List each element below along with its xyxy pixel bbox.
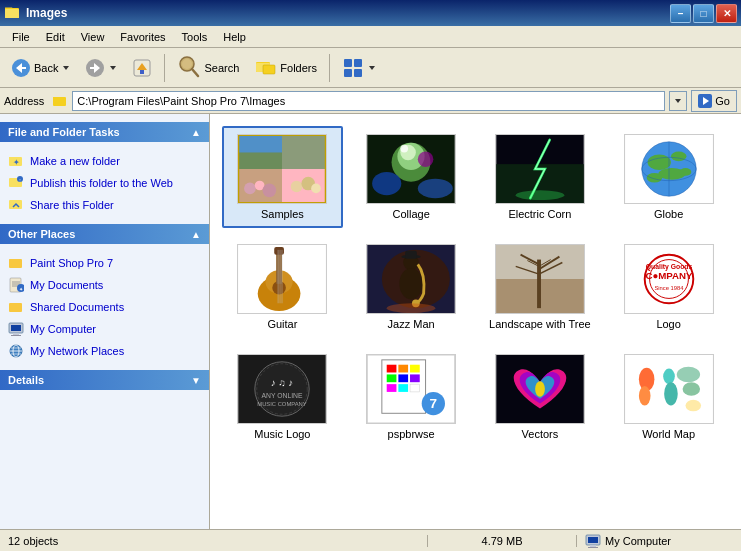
file-item-pspbrwse[interactable]: 7 pspbrwse	[351, 346, 472, 448]
svg-text:7: 7	[430, 396, 438, 411]
svg-rect-43	[11, 335, 21, 336]
maximize-button[interactable]: □	[693, 4, 714, 23]
svg-text:MUSIC COMPANY: MUSIC COMPANY	[258, 401, 307, 407]
svg-point-74	[516, 190, 565, 200]
other-places-section: Other Places ▲ Paint Shop Pro 7	[0, 224, 209, 366]
network-places-icon	[8, 343, 24, 359]
view-dropdown-icon	[367, 63, 377, 73]
toolbar-separator-1	[164, 54, 165, 82]
my-documents-icon: ✦	[8, 277, 24, 293]
file-item-guitar[interactable]: Guitar	[222, 236, 343, 338]
svg-point-146	[685, 400, 701, 412]
svg-marker-4	[63, 66, 69, 70]
file-item-vectors[interactable]: Vectors	[480, 346, 601, 448]
address-folder-icon	[52, 93, 68, 109]
menu-favorites[interactable]: Favorites	[112, 29, 173, 45]
shared-documents-icon	[8, 299, 24, 315]
forward-icon	[85, 58, 105, 78]
file-item-globe[interactable]: Globe	[608, 126, 729, 228]
file-item-world-map[interactable]: World Map	[608, 346, 729, 448]
svg-point-80	[646, 173, 662, 183]
file-folder-tasks-header[interactable]: File and Folder Tasks ▲	[0, 122, 209, 142]
svg-point-144	[676, 367, 699, 383]
menu-file[interactable]: File	[4, 29, 38, 45]
svg-marker-23	[675, 99, 681, 103]
file-label-world-map: World Map	[642, 428, 695, 440]
file-label-guitar: Guitar	[267, 318, 297, 330]
svg-point-145	[682, 382, 699, 396]
network-places-link[interactable]: My Network Places	[8, 340, 201, 362]
svg-point-142	[663, 369, 675, 385]
svg-text:C●MPANY: C●MPANY	[645, 270, 693, 281]
folders-button[interactable]: Folders	[248, 52, 324, 84]
file-label-logo: Logo	[656, 318, 680, 330]
svg-rect-149	[590, 545, 596, 547]
view-button[interactable]	[335, 52, 384, 84]
menu-edit[interactable]: Edit	[38, 29, 73, 45]
main-container: File and Folder Tasks ▲ ✦ Make a new fol…	[0, 114, 741, 529]
share-folder-link[interactable]: Share this Folder	[8, 194, 201, 216]
svg-point-141	[639, 386, 651, 405]
file-item-landscape-tree[interactable]: Landscape with Tree	[480, 236, 601, 338]
computer-icon	[585, 533, 601, 549]
details-header[interactable]: Details ▼	[0, 370, 209, 390]
svg-rect-18	[354, 59, 362, 67]
file-item-music-logo[interactable]: ♪ ♫ ♪ ANY ONLINE MUSIC COMPANY Music Log…	[222, 346, 343, 448]
svg-rect-89	[277, 250, 283, 284]
menu-tools[interactable]: Tools	[174, 29, 216, 45]
menu-view[interactable]: View	[73, 29, 113, 45]
details-section: Details ▼	[0, 370, 209, 390]
status-computer-label: My Computer	[605, 535, 671, 547]
address-bar: Address Go	[0, 88, 741, 114]
go-icon	[698, 94, 712, 108]
file-thumb-logo: Quality Goods C●MPANY Since 1984	[624, 244, 714, 314]
file-folder-tasks-chevron: ▲	[191, 127, 201, 138]
paint-shop-pro-link[interactable]: Paint Shop Pro 7	[8, 252, 201, 274]
file-item-jazz-man[interactable]: Jazz Man	[351, 236, 472, 338]
publish-folder-link[interactable]: ↑ Publish this folder to the Web	[8, 172, 201, 194]
left-panel: File and Folder Tasks ▲ ✦ Make a new fol…	[0, 114, 210, 529]
go-button[interactable]: Go	[691, 90, 737, 112]
menu-help[interactable]: Help	[215, 29, 254, 45]
address-input[interactable]	[72, 91, 665, 111]
file-thumb-samples	[237, 134, 327, 204]
toolbar: Back Search	[0, 48, 741, 88]
other-places-header[interactable]: Other Places ▲	[0, 224, 209, 244]
svg-point-77	[647, 154, 670, 170]
svg-rect-133	[398, 384, 408, 392]
minimize-button[interactable]: –	[670, 4, 691, 23]
search-button[interactable]: Search	[170, 52, 246, 84]
address-dropdown[interactable]	[669, 91, 687, 111]
up-button[interactable]	[125, 52, 159, 84]
svg-point-97	[399, 268, 422, 299]
forward-button[interactable]	[80, 52, 123, 84]
shared-documents-label: Shared Documents	[30, 301, 124, 313]
svg-rect-42	[13, 333, 19, 335]
svg-rect-20	[354, 69, 362, 77]
file-thumb-collage	[366, 134, 456, 204]
back-button[interactable]: Back	[4, 52, 78, 84]
file-item-collage[interactable]: Collage	[351, 126, 472, 228]
svg-text:Since 1984: Since 1984	[654, 285, 684, 291]
other-places-body: Paint Shop Pro 7 ✦ My Documents	[0, 248, 209, 366]
file-label-vectors: Vectors	[522, 428, 559, 440]
my-documents-link[interactable]: ✦ My Documents	[8, 274, 201, 296]
new-folder-link[interactable]: ✦ Make a new folder	[8, 150, 201, 172]
svg-point-78	[671, 152, 687, 162]
status-computer: My Computer	[577, 533, 737, 549]
file-thumb-jazz-man	[366, 244, 456, 314]
close-button[interactable]: ✕	[716, 4, 737, 23]
up-icon	[132, 58, 152, 78]
status-file-size: 4.79 MB	[427, 535, 577, 547]
file-item-electric-corn[interactable]: Electric Corn	[480, 126, 601, 228]
my-computer-link[interactable]: My Computer	[8, 318, 201, 340]
network-places-label: My Network Places	[30, 345, 124, 357]
svg-rect-39	[9, 303, 22, 312]
file-item-logo[interactable]: Quality Goods C●MPANY Since 1984 Logo	[608, 236, 729, 338]
view-icon	[342, 57, 364, 79]
folders-label: Folders	[280, 62, 317, 74]
shared-documents-link[interactable]: Shared Documents	[8, 296, 201, 318]
file-label-electric-corn: Electric Corn	[508, 208, 571, 220]
file-item-samples[interactable]: Samples	[222, 126, 343, 228]
svg-rect-56	[282, 135, 326, 169]
